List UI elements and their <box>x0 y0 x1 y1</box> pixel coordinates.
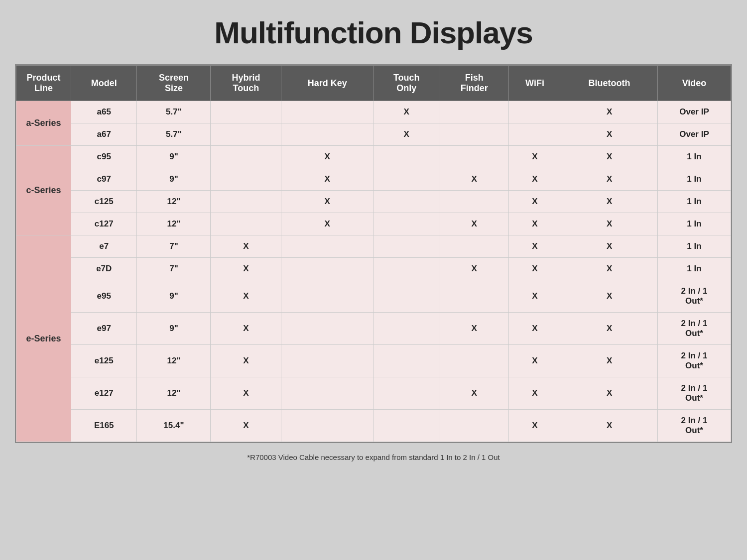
cell-wifi: X <box>508 280 561 313</box>
cell-hardkey <box>281 101 373 123</box>
cell-model: c127 <box>71 213 137 235</box>
cell-fish: X <box>440 377 508 410</box>
cell-model: e7D <box>71 258 137 280</box>
cell-hardkey <box>281 123 373 146</box>
table-row: c12712"XXXX1 In <box>16 213 731 235</box>
cell-wifi <box>508 123 561 146</box>
cell-bluetooth: X <box>561 235 658 258</box>
cell-bluetooth: X <box>561 213 658 235</box>
cell-screen: 9" <box>137 146 211 168</box>
cell-wifi: X <box>508 168 561 191</box>
cell-model: e95 <box>71 280 137 313</box>
cell-screen: 9" <box>137 168 211 191</box>
cell-fish <box>440 280 508 313</box>
cell-fish: X <box>440 168 508 191</box>
cell-video: 1 In <box>657 235 731 258</box>
cell-hardkey <box>281 313 373 345</box>
cell-touch <box>373 280 440 313</box>
table-row: c-Seriesc959"XXX1 In <box>16 146 731 168</box>
cell-video: 1 In <box>657 191 731 213</box>
table-row: c12512"XXX1 In <box>16 191 731 213</box>
cell-touch: X <box>373 101 440 123</box>
cell-screen: 12" <box>137 377 211 410</box>
cell-model: e97 <box>71 313 137 345</box>
cell-fish <box>440 146 508 168</box>
cell-bluetooth: X <box>561 123 658 146</box>
header-fish-finder: Fish Finder <box>440 66 508 101</box>
cell-touch <box>373 191 440 213</box>
cell-model: E165 <box>71 410 137 442</box>
cell-video: 2 In / 1 Out* <box>657 377 731 410</box>
cell-wifi: X <box>508 258 561 280</box>
series-label: c-Series <box>16 146 71 235</box>
cell-hybrid: X <box>211 258 281 280</box>
cell-fish: X <box>440 313 508 345</box>
cell-touch <box>373 345 440 377</box>
cell-hybrid <box>211 101 281 123</box>
cell-hybrid: X <box>211 235 281 258</box>
cell-model: c125 <box>71 191 137 213</box>
cell-model: e127 <box>71 377 137 410</box>
cell-screen: 12" <box>137 191 211 213</box>
header-product-line: Product Line <box>16 66 71 101</box>
cell-model: c95 <box>71 146 137 168</box>
cell-screen: 12" <box>137 345 211 377</box>
cell-video: 2 In / 1 Out* <box>657 313 731 345</box>
table-row: e12712"XXXX2 In / 1 Out* <box>16 377 731 410</box>
cell-screen: 9" <box>137 313 211 345</box>
cell-video: Over IP <box>657 101 731 123</box>
cell-hybrid: X <box>211 313 281 345</box>
table-row: e-Seriese77"XXX1 In <box>16 235 731 258</box>
footnote: *R70003 Video Cable necessary to expand … <box>247 453 500 461</box>
header-video: Video <box>657 66 731 101</box>
table-row: e979"XXXX2 In / 1 Out* <box>16 313 731 345</box>
cell-hybrid <box>211 191 281 213</box>
header-screen-size: Screen Size <box>137 66 211 101</box>
header-bluetooth: Bluetooth <box>561 66 658 101</box>
table-row: e7D7"XXXX1 In <box>16 258 731 280</box>
cell-bluetooth: X <box>561 280 658 313</box>
table-row: a675.7"XXOver IP <box>16 123 731 146</box>
cell-video: 1 In <box>657 258 731 280</box>
header-hybrid-touch: Hybrid Touch <box>211 66 281 101</box>
cell-touch <box>373 235 440 258</box>
cell-screen: 7" <box>137 258 211 280</box>
cell-bluetooth: X <box>561 410 658 442</box>
cell-model: e7 <box>71 235 137 258</box>
cell-video: 2 In / 1 Out* <box>657 280 731 313</box>
cell-hybrid <box>211 123 281 146</box>
cell-model: e125 <box>71 345 137 377</box>
cell-screen: 5.7" <box>137 123 211 146</box>
cell-wifi: X <box>508 146 561 168</box>
cell-hardkey <box>281 377 373 410</box>
main-table-wrapper: Product LineModelScreen SizeHybrid Touch… <box>15 64 732 443</box>
header-hard-key: Hard Key <box>281 66 373 101</box>
cell-touch <box>373 313 440 345</box>
cell-bluetooth: X <box>561 101 658 123</box>
series-label: e-Series <box>16 235 71 442</box>
cell-screen: 9" <box>137 280 211 313</box>
cell-video: 1 In <box>657 146 731 168</box>
cell-hardkey: X <box>281 168 373 191</box>
cell-wifi <box>508 101 561 123</box>
cell-screen: 12" <box>137 213 211 235</box>
cell-hardkey <box>281 258 373 280</box>
cell-hybrid <box>211 146 281 168</box>
product-table: Product LineModelScreen SizeHybrid Touch… <box>16 65 731 442</box>
table-row: e959"XXX2 In / 1 Out* <box>16 280 731 313</box>
cell-video: Over IP <box>657 123 731 146</box>
table-row: e12512"XXX2 In / 1 Out* <box>16 345 731 377</box>
table-row: E16515.4"XXX2 In / 1 Out* <box>16 410 731 442</box>
cell-wifi: X <box>508 313 561 345</box>
cell-bluetooth: X <box>561 377 658 410</box>
cell-touch <box>373 258 440 280</box>
cell-hardkey <box>281 235 373 258</box>
cell-hybrid <box>211 168 281 191</box>
cell-fish: X <box>440 213 508 235</box>
cell-video: 1 In <box>657 168 731 191</box>
cell-wifi: X <box>508 213 561 235</box>
cell-touch <box>373 377 440 410</box>
cell-wifi: X <box>508 410 561 442</box>
cell-video: 2 In / 1 Out* <box>657 410 731 442</box>
cell-touch: X <box>373 123 440 146</box>
